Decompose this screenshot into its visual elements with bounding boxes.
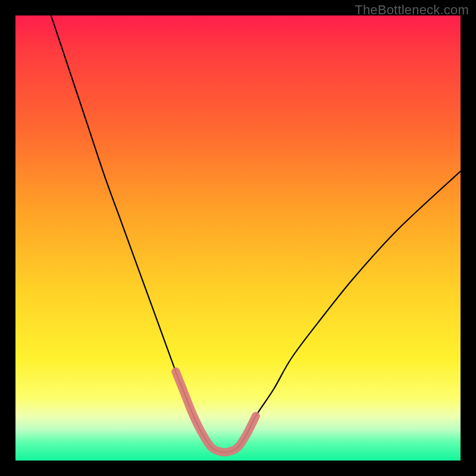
plot-area	[15, 15, 461, 461]
chart-frame: TheBottleneck.com	[0, 0, 476, 476]
optimal-zone-highlight	[176, 371, 256, 452]
bottleneck-curve	[51, 15, 461, 452]
curve-svg	[15, 15, 461, 461]
watermark-text: TheBottleneck.com	[355, 2, 469, 18]
